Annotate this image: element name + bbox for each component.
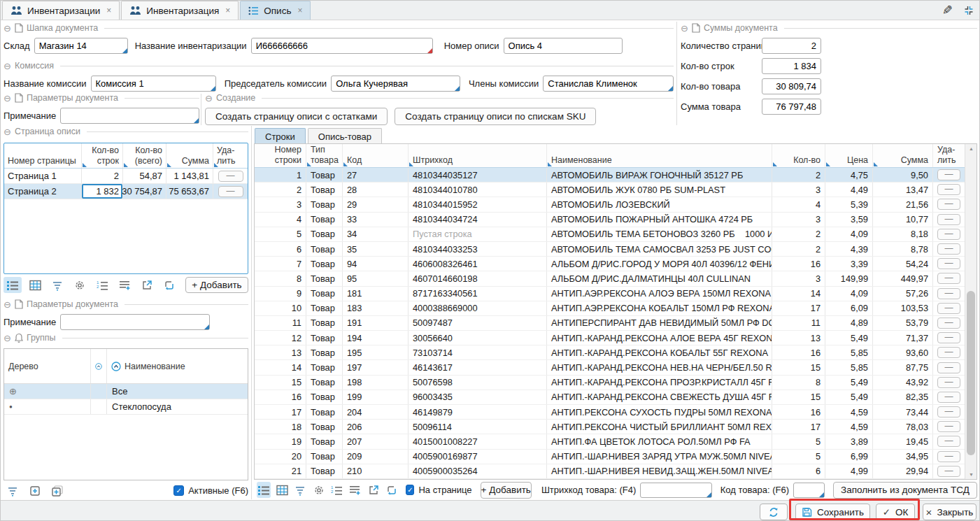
delete-row-button[interactable]: — (937, 258, 960, 269)
refresh-button[interactable] (760, 504, 788, 520)
edit-icon[interactable]: ✎ (942, 3, 953, 18)
note-input[interactable] (60, 314, 210, 330)
column-header[interactable]: Уда-лить (933, 144, 965, 167)
tab-opis[interactable]: Опись × (240, 1, 311, 20)
save-button[interactable]: Сохранить (795, 504, 870, 520)
chairman-input[interactable] (331, 76, 460, 92)
collapse-icon[interactable]: ⊖ (3, 62, 11, 70)
delete-row-button[interactable]: — (937, 199, 960, 210)
column-header[interactable]: Наименование (547, 144, 772, 167)
open-external-icon[interactable] (138, 277, 156, 293)
line-row[interactable]: 1Товар274810344035127АВТОМОБИЛЬ ВИРАЖ ГО… (255, 168, 966, 183)
delete-row-button[interactable]: — (937, 229, 960, 240)
tree-expand-icon[interactable]: ⊕ (9, 386, 17, 397)
code-input[interactable] (793, 483, 825, 498)
tree-leaf-icon[interactable]: ● (9, 404, 13, 410)
scrollbar-thumb[interactable] (967, 291, 975, 455)
note-input[interactable] (60, 108, 199, 124)
delete-row-button[interactable]: — (937, 362, 960, 373)
line-row[interactable]: 10Товар1834000388669000АНТИП.АЭР.РЕКСОНА… (255, 301, 966, 316)
column-header-tree[interactable]: Дерево (4, 349, 91, 383)
delete-row-button[interactable]: — (937, 436, 960, 447)
tab-stroki[interactable]: Строки (255, 128, 306, 144)
collapse-icon[interactable]: ⊖ (205, 94, 213, 102)
ok-button[interactable]: ✓ ОК (876, 504, 915, 520)
filter-icon[interactable] (293, 482, 307, 498)
delete-row-button[interactable]: — (937, 169, 960, 180)
column-header[interactable]: Кол-во строк (82, 143, 123, 168)
line-row[interactable]: 2Товар284810344010780АВТОМОБИЛЬ ЖУК 0780… (255, 183, 966, 197)
add-lines-icon[interactable] (115, 277, 134, 293)
delete-row-button[interactable]: — (937, 243, 960, 255)
line-row[interactable]: 5Товар34Пустая строкаАВТОМОБИЛЬ ТЕМА БЕТ… (255, 227, 966, 242)
delete-row-button[interactable]: — (937, 273, 960, 284)
collapse-icon[interactable]: ⊖ (3, 334, 11, 342)
page-row[interactable]: Страница 21 83230 754,8775 653,67— (4, 184, 248, 199)
settings-gear-icon[interactable] (71, 277, 89, 293)
column-header[interactable]: Номер страницы (4, 143, 82, 168)
warehouse-input[interactable] (34, 38, 128, 54)
line-row[interactable]: 3Товар294810344015952АВТОМОБИЛЬ ЛОЗЕВСКИ… (255, 197, 966, 212)
close-button[interactable]: × Закрыть (923, 504, 977, 520)
create-page-by-sku-button[interactable]: Создать страницу описи по спискам SKU (395, 108, 596, 125)
reload-loop-icon[interactable] (160, 277, 178, 293)
inventory-name-input[interactable] (251, 38, 433, 54)
cell-lines-count[interactable]: 1 832 (82, 184, 123, 199)
vertical-scrollbar[interactable]: ▲ ▼ (965, 144, 977, 479)
tab-inventarizaciya[interactable]: Инвентаризация × (121, 1, 239, 20)
add-line-button[interactable]: + Добавить (481, 482, 532, 499)
list-number-input[interactable] (504, 38, 623, 54)
line-row[interactable]: 9Товар1818717163340561АНТИП.АЭР.РЕКСОНА … (255, 287, 966, 301)
delete-row-button[interactable]: — (937, 347, 960, 358)
delete-row-button[interactable]: — (937, 184, 960, 195)
column-header[interactable]: Цена (825, 144, 873, 167)
collapse-icon[interactable]: ⊖ (3, 301, 11, 308)
cell-tree[interactable]: ● (4, 399, 91, 414)
cell-lines-count[interactable]: 2 (82, 169, 123, 183)
filter-icon[interactable] (3, 483, 22, 499)
delete-row-button[interactable]: — (937, 406, 960, 417)
create-page-with-remainders-button[interactable]: Создать страницу описи с остатками (205, 108, 388, 125)
collapse-icon[interactable]: ⊖ (681, 24, 688, 32)
delete-row-button[interactable]: — (937, 421, 960, 432)
tab-close-icon[interactable]: × (106, 6, 111, 15)
column-header[interactable]: Тип товара (306, 144, 343, 167)
column-header[interactable]: Штрихкод (409, 144, 547, 167)
group-row[interactable]: ●Стеклопосуда (4, 399, 248, 415)
line-row[interactable]: 8Товар954607014660198АЛЬБОМ Д/РИС.ДАЛМАТ… (255, 271, 966, 286)
active-checkbox[interactable]: ✓ (173, 485, 184, 496)
column-header[interactable]: Кол-во (772, 144, 825, 167)
page-row[interactable]: Страница 1254,871 143,81— (4, 169, 248, 184)
line-row[interactable]: 19Товар2074015001008227АНТИП.ФА ЦВЕТОК Л… (255, 434, 966, 449)
delete-row-button[interactable]: — (937, 317, 960, 329)
on-page-checkbox[interactable]: ✓ (406, 485, 414, 495)
settings-gear-icon[interactable] (312, 482, 326, 498)
grid-view-icon[interactable] (275, 482, 289, 498)
line-row[interactable]: 18Товар20650096114АНТИП.РЕКСОНА ЧИСТЫЙ Б… (255, 420, 966, 434)
numbered-list-icon[interactable]: 12 (330, 482, 344, 498)
column-header[interactable]: Кол-во (всего) (123, 143, 166, 168)
delete-row-button[interactable]: — (937, 392, 960, 403)
group-row[interactable]: ⊕Все (4, 384, 248, 399)
filter-icon[interactable] (48, 277, 66, 293)
delete-row-button[interactable]: — (937, 377, 960, 388)
fill-from-tsd-button[interactable]: Заполнить из документа ТСД (833, 482, 977, 499)
column-header-sort[interactable] (91, 349, 107, 383)
column-header[interactable]: Сумма (166, 143, 213, 168)
scroll-down-icon[interactable]: ▼ (965, 472, 977, 477)
delete-row-button[interactable]: — (937, 288, 960, 299)
numbered-list-icon[interactable]: 12 (93, 277, 111, 293)
add-box-icon[interactable] (26, 483, 44, 499)
line-row[interactable]: 6Товар354810344033253АВТОМОБИЛЬ ТЕМА САМ… (255, 242, 966, 257)
list-view-icon[interactable] (3, 277, 22, 293)
grid-view-icon[interactable] (26, 277, 44, 293)
collapse-icon[interactable]: ⊖ (3, 128, 11, 136)
line-row[interactable]: 4Товар334810344034724АВТОМОБИЛЬ ПОЖАРНЫЙ… (255, 213, 966, 227)
delete-row-button[interactable]: — (937, 303, 960, 314)
delete-row-button[interactable]: — (937, 466, 960, 477)
column-header[interactable]: Номер строки (255, 144, 306, 167)
line-row[interactable]: 13Товар19573103714АНТИП.-КАРАНД.РЕКСОНА … (255, 345, 966, 360)
line-row[interactable]: 7Товар944606008326461АЛЬБОМ Д/РИС.ГОРОД … (255, 257, 966, 271)
cell-tree[interactable]: ⊕ (4, 384, 91, 399)
line-row[interactable]: 21Товар2104005900035264АНТИП.-ШАР.НИВЕЯ … (255, 464, 966, 479)
